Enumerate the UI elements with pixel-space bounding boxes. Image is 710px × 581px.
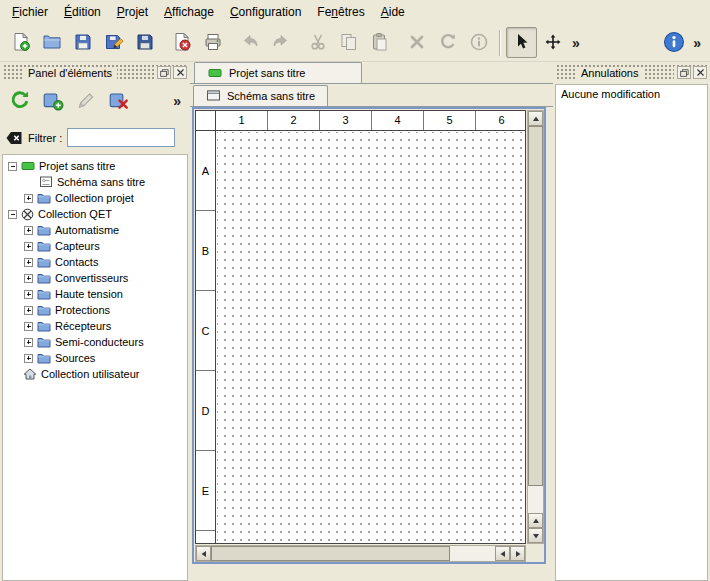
tree-item-capteurs[interactable]: Capteurs — [3, 238, 187, 254]
toolbar-overflow-chevron[interactable]: » — [568, 35, 584, 51]
menu-bar: Fichier Édition Projet Affichage Configu… — [0, 0, 710, 24]
expand-icon[interactable] — [24, 322, 33, 331]
tree-item-schema[interactable]: Schéma sans titre — [3, 174, 187, 190]
redo-icon — [271, 32, 291, 54]
menu-affichage[interactable]: Affichage — [156, 2, 222, 22]
qet-logo-icon — [21, 208, 34, 221]
delete-element-icon — [108, 89, 130, 113]
collapse-icon[interactable] — [8, 210, 17, 219]
redo-button[interactable] — [265, 27, 296, 58]
close-dock-button[interactable] — [173, 66, 187, 79]
paste-button[interactable] — [364, 27, 395, 58]
close-file-button[interactable] — [166, 27, 197, 58]
open-project-button[interactable] — [36, 27, 67, 58]
menu-fenetres[interactable]: Fenêtres — [309, 2, 372, 22]
tree-item-label: Récepteurs — [55, 320, 111, 332]
scroll-left-button-right[interactable] — [495, 546, 510, 561]
vertical-scrollbar[interactable] — [527, 110, 544, 544]
qelectrotech-window: { "colors": { "background": "#ece9d8", "… — [0, 0, 710, 581]
schema-icon — [39, 176, 53, 188]
expand-icon[interactable] — [24, 354, 33, 363]
horizontal-scrollbar[interactable] — [195, 545, 526, 562]
float-dock-button[interactable] — [677, 66, 691, 79]
print-button[interactable] — [197, 27, 228, 58]
expand-icon[interactable] — [24, 338, 33, 347]
pan-mode-button[interactable] — [537, 27, 568, 58]
cut-button[interactable] — [302, 27, 333, 58]
expand-icon[interactable] — [24, 242, 33, 251]
edit-element-button[interactable] — [71, 87, 100, 116]
expand-icon[interactable] — [24, 194, 33, 203]
about-qet-button[interactable] — [658, 27, 689, 58]
elements-dock-titlebar[interactable]: Panel d'éléments — [3, 65, 187, 80]
tree-item-label: Capteurs — [55, 240, 100, 252]
save-as-button[interactable] — [98, 27, 129, 58]
select-mode-button[interactable] — [506, 27, 537, 58]
clear-filter-button[interactable] — [5, 129, 23, 147]
tree-item-protections[interactable]: Protections — [3, 302, 187, 318]
save-button[interactable] — [67, 27, 98, 58]
ruler-corner — [196, 111, 216, 131]
delete-element-button[interactable] — [104, 87, 133, 116]
horizontal-scroll-thumb[interactable] — [211, 546, 450, 561]
diagram-canvas[interactable] — [217, 132, 525, 543]
copy-button[interactable] — [333, 27, 364, 58]
folder-icon — [37, 192, 51, 204]
expand-icon[interactable] — [24, 274, 33, 283]
scroll-right-button[interactable] — [510, 546, 525, 561]
tab-projet-sans-titre[interactable]: Projet sans titre — [194, 62, 362, 83]
new-element-button[interactable] — [38, 87, 67, 116]
tree-item-contacts[interactable]: Contacts — [3, 254, 187, 270]
tree-item-semi-conducteurs[interactable]: Semi-conducteurs — [3, 334, 187, 350]
save-all-icon — [135, 32, 155, 54]
information-button[interactable] — [463, 27, 494, 58]
menu-aide[interactable]: Aide — [373, 2, 413, 22]
menu-projet[interactable]: Projet — [109, 2, 156, 22]
tree-item-collection-utilisateur[interactable]: Collection utilisateur — [3, 366, 187, 382]
horizontal-scroll-track[interactable] — [211, 546, 495, 561]
scroll-up-button-bottom[interactable] — [528, 513, 543, 528]
expand-icon[interactable] — [24, 290, 33, 299]
tree-item-sources[interactable]: Sources — [3, 350, 187, 366]
undo-list-item[interactable]: Aucune modification — [561, 88, 702, 100]
elements-toolbar-overflow-chevron[interactable]: » — [169, 93, 185, 109]
select-arrow-icon — [512, 32, 532, 54]
scroll-up-button[interactable] — [528, 111, 543, 126]
tree-item-recepteurs[interactable]: Récepteurs — [3, 318, 187, 334]
column-label: 5 — [424, 111, 476, 130]
menu-edition[interactable]: Édition — [56, 2, 109, 22]
scroll-left-button[interactable] — [196, 546, 211, 561]
help-toolbar-overflow-chevron[interactable]: » — [689, 35, 705, 51]
collapse-icon[interactable] — [8, 162, 17, 171]
tab-schema-sans-titre[interactable]: Schéma sans titre — [193, 85, 328, 106]
reload-collections-button[interactable] — [5, 87, 34, 116]
expand-icon[interactable] — [24, 306, 33, 315]
tree-item-convertisseurs[interactable]: Convertisseurs — [3, 270, 187, 286]
menu-configuration[interactable]: Configuration — [222, 2, 309, 22]
close-dock-button[interactable] — [693, 66, 707, 79]
expand-icon[interactable] — [24, 258, 33, 267]
tree-item-automatisme[interactable]: Automatisme — [3, 222, 187, 238]
undo-dock-titlebar[interactable]: Annulations — [556, 65, 707, 80]
filter-input[interactable] — [67, 128, 175, 147]
scroll-down-button[interactable] — [528, 528, 543, 543]
save-all-button[interactable] — [129, 27, 160, 58]
expand-icon[interactable] — [24, 226, 33, 235]
menu-fichier[interactable]: Fichier — [4, 2, 56, 22]
tree-item-collection-qet[interactable]: Collection QET — [3, 206, 187, 222]
delete-button[interactable] — [401, 27, 432, 58]
undo-button[interactable] — [234, 27, 265, 58]
row-label: E — [196, 451, 215, 531]
tree-item-haute-tension[interactable]: Haute tension — [3, 286, 187, 302]
tree-item-label: Haute tension — [55, 288, 123, 300]
vertical-scroll-track[interactable] — [528, 126, 543, 513]
rotate-button[interactable] — [432, 27, 463, 58]
schema-tab-icon — [206, 90, 221, 102]
folder-icon — [37, 336, 51, 348]
tree-item-collection-projet[interactable]: Collection projet — [3, 190, 187, 206]
vertical-scroll-thumb[interactable] — [528, 126, 543, 486]
new-document-button[interactable] — [5, 27, 36, 58]
folder-icon — [37, 224, 51, 236]
float-dock-button[interactable] — [157, 66, 171, 79]
tree-item-project[interactable]: Projet sans titre — [3, 158, 187, 174]
